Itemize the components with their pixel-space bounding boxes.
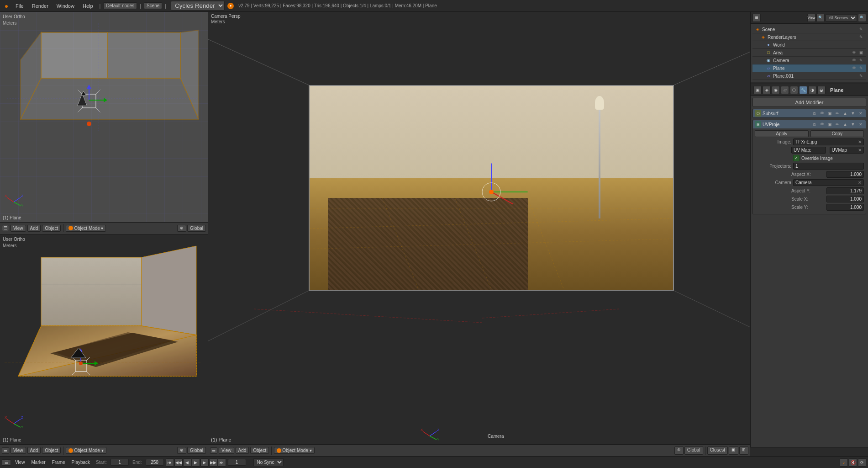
scale-x-value[interactable]: 1.000 — [826, 196, 864, 202]
scene-tree-root[interactable]: ◈ Scene ✎ — [752, 26, 866, 33]
uvmap-field[interactable]: UV Map: — [791, 147, 826, 154]
add-modifier-button[interactable]: Add Modifier — [752, 98, 866, 107]
scene-selector[interactable]: Scene — [144, 2, 162, 9]
next-frame-button[interactable]: ▶ — [200, 458, 209, 467]
camera-eye[interactable]: 👁 — [851, 57, 857, 64]
next-keyframe-button[interactable]: ▶▶ — [209, 458, 217, 467]
uvproject-eye-icon[interactable]: 👁 — [819, 121, 825, 128]
viewport-bottom-left[interactable]: Z X Y User Ortho Meters (1) Plane ☰ View… — [0, 234, 208, 457]
uvproject-close-icon[interactable]: ✕ — [857, 121, 864, 128]
vt3-objectmode[interactable]: Object Mode ▾ — [274, 447, 314, 454]
plane001-edit[interactable]: ✎ — [858, 73, 864, 79]
sync-icon[interactable]: ⟳ — [858, 458, 866, 467]
area-render[interactable]: ▣ — [858, 49, 864, 56]
uvproject-edit-icon[interactable]: ✏ — [834, 121, 841, 128]
subsurf-edit-icon[interactable]: ✏ — [834, 110, 841, 117]
scene-header-search[interactable]: 🔍 — [816, 14, 825, 22]
scale-y-value[interactable]: 1.000 — [826, 204, 864, 211]
vt3-header-icon[interactable]: ☰ — [210, 447, 217, 454]
apply-button[interactable]: Apply — [755, 130, 809, 137]
vt3-more-icons[interactable]: ⊞ — [739, 447, 748, 455]
vt2-global[interactable]: Global — [187, 447, 206, 454]
tree-item-camera[interactable]: ◉ Camera 👁 ✎ — [752, 57, 866, 64]
image-field[interactable]: TFXnE.jpg ✕ — [793, 138, 864, 145]
aspect-y-value[interactable]: 1.179 — [826, 187, 864, 194]
vt2-view[interactable]: View — [11, 447, 26, 454]
tree-item-area[interactable]: □ Area 👁 ▣ — [752, 49, 866, 57]
timeline-header-icon[interactable]: ☰ — [2, 459, 11, 466]
timeline-view[interactable]: View — [13, 459, 27, 465]
uvproject-copy-icon[interactable]: ⧉ — [811, 121, 817, 128]
vt-view-top[interactable]: View — [11, 225, 26, 232]
subsurf-down-icon[interactable]: ▼ — [850, 110, 856, 117]
area-eye[interactable]: 👁 — [851, 49, 857, 56]
vt-add-top[interactable]: Add — [27, 225, 41, 232]
prop-icon-render[interactable]: ▣ — [753, 86, 762, 94]
camera-mod-field[interactable]: Camera ✕ — [793, 179, 864, 186]
prop-icon-modifier[interactable]: 🔧 — [799, 86, 807, 94]
tree-item-plane[interactable]: ▱ Plane 👁 ✎ — [752, 64, 866, 72]
skip-start-button[interactable]: ⏮ — [166, 458, 174, 467]
vt3-add[interactable]: Add — [236, 447, 249, 454]
prop-icon-object[interactable]: ▱ — [781, 86, 789, 94]
tree-item-world[interactable]: ● World — [752, 41, 866, 49]
camera-edit[interactable]: ✎ — [858, 57, 864, 64]
subsurf-copy-icon[interactable]: ⧉ — [811, 110, 817, 117]
prop-icon-material[interactable]: ◑ — [808, 86, 816, 94]
copy-button[interactable]: Copy — [810, 130, 864, 137]
prop-icon-data[interactable]: ◒ — [817, 86, 826, 94]
mode-selector[interactable]: Default nodes — [103, 2, 137, 9]
menu-file[interactable]: File — [12, 2, 27, 10]
subsurf-eye-icon[interactable]: 👁 — [819, 110, 825, 117]
vt3-render-icons[interactable]: ▣ — [729, 447, 738, 455]
viewport-top-left[interactable]: Z X Y User Ortho Meters (1) Plane ☰ View… — [0, 12, 208, 234]
timeline-frame[interactable]: Frame — [50, 459, 68, 465]
scene-header-icon1[interactable]: ▦ — [752, 14, 761, 22]
audio-icon[interactable]: ♪ — [840, 458, 848, 467]
vt-objectmode-top[interactable]: Object Mode ▾ — [66, 225, 106, 232]
play-button[interactable]: ▶ — [192, 458, 200, 467]
viewport-top-snap[interactable]: ⊕ — [177, 225, 186, 232]
end-frame-input[interactable] — [146, 459, 164, 466]
prop-icon-world[interactable]: ◉ — [772, 86, 780, 94]
viewport-top-local[interactable]: Global — [187, 225, 206, 232]
scene-root-edit[interactable]: ✎ — [858, 26, 864, 32]
prop-icon-mesh[interactable]: ⬡ — [790, 86, 798, 94]
renderlayers-edit[interactable]: ✎ — [858, 34, 864, 40]
vt2-header-icon[interactable]: ☰ — [2, 447, 9, 454]
vt2-object[interactable]: Object — [42, 447, 61, 454]
vt3-snap-mode[interactable]: Closest — [707, 447, 728, 455]
camera-clear-icon[interactable]: ✕ — [858, 180, 862, 185]
plane-eye[interactable]: 👁 — [851, 65, 857, 71]
plane-edit[interactable]: ✎ — [858, 65, 864, 71]
scene-header-icon2[interactable]: 🔍 — [858, 14, 866, 22]
mute-icon[interactable]: 🔇 — [849, 458, 857, 467]
aspect-x-value[interactable]: 1.000 — [826, 171, 864, 178]
override-image-checkbox[interactable]: ✓ — [793, 155, 800, 161]
projectors-value[interactable]: 1 — [793, 163, 864, 170]
prev-keyframe-button[interactable]: ◀◀ — [174, 458, 183, 467]
subsurf-render-icon[interactable]: ▣ — [826, 110, 833, 117]
uvproject-render-icon[interactable]: ▣ — [826, 121, 833, 128]
uvmap-clear-icon[interactable]: ✕ — [858, 148, 862, 153]
scene-dropdown[interactable]: All Scenes — [826, 14, 857, 21]
menu-window[interactable]: Window — [53, 2, 78, 10]
center-viewport[interactable]: Camera Persp Meters — [208, 12, 750, 456]
vt-object-top[interactable]: Object — [42, 225, 61, 232]
uvmap-value-field[interactable]: UVMap ✕ — [830, 147, 864, 154]
start-frame-input[interactable] — [110, 459, 129, 466]
vt3-view[interactable]: View — [219, 447, 234, 454]
skip-end-button[interactable]: ⏭ — [218, 458, 226, 467]
blender-logo-icon[interactable]: ● — [2, 1, 11, 11]
sync-select[interactable]: No Sync — [253, 458, 284, 466]
image-clear-icon[interactable]: ✕ — [858, 139, 862, 144]
vt2-snap[interactable]: ⊕ — [177, 447, 186, 454]
menu-help[interactable]: Help — [79, 2, 97, 10]
vt3-object[interactable]: Object — [250, 447, 269, 454]
menu-render[interactable]: Render — [28, 2, 52, 10]
prop-icon-scene[interactable]: ◈ — [763, 86, 771, 94]
current-frame-input[interactable] — [228, 459, 246, 466]
tree-item-renderlayers[interactable]: ◈ RenderLayers ✎ — [752, 33, 866, 41]
timeline-playback[interactable]: Playback — [69, 459, 93, 465]
vt3-global[interactable]: Global — [684, 447, 703, 455]
